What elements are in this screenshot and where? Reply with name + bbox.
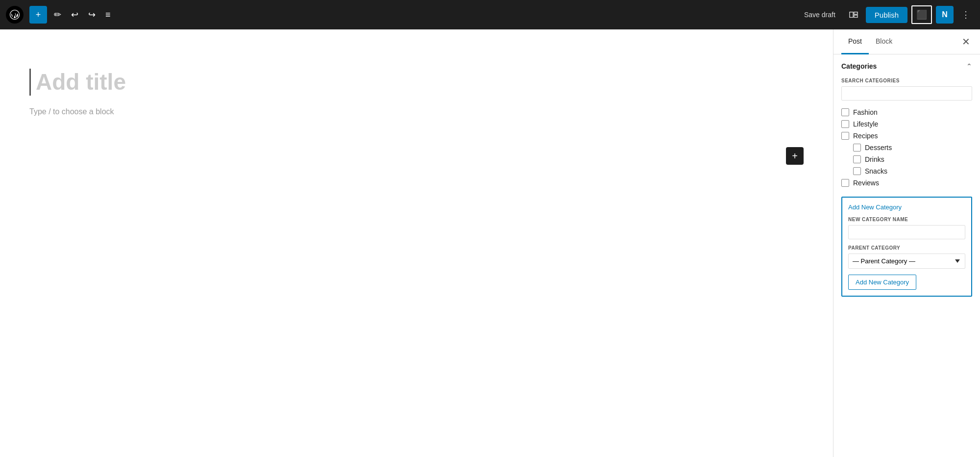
category-item-drinks: Drinks: [841, 153, 972, 165]
search-categories-input[interactable]: [841, 86, 972, 101]
checkbox-fashion[interactable]: [841, 108, 849, 116]
add-category-submit-button[interactable]: Add New Category: [848, 275, 916, 290]
layout-icon: ⬛: [916, 9, 927, 20]
main-layout: Add title Type / to choose a block + Pos…: [0, 29, 980, 457]
checkbox-snacks[interactable]: [853, 167, 861, 175]
checkbox-desserts[interactable]: [853, 144, 861, 152]
undo-button[interactable]: ↩: [68, 7, 81, 22]
editor-placeholder: Type / to choose a block: [29, 107, 804, 116]
category-item-snacks: Snacks: [841, 165, 972, 177]
sidebar-header: Post Block ✕: [833, 29, 980, 54]
category-label-drinks: Drinks: [865, 155, 884, 163]
publish-button[interactable]: Publish: [866, 7, 907, 23]
categories-section: Categories ⌃ SEARCH CATEGORIES Fashion L…: [833, 54, 980, 305]
parent-category-label: PARENT CATEGORY: [848, 245, 965, 251]
inline-add-block-button[interactable]: +: [786, 147, 804, 165]
category-label-recipes: Recipes: [853, 132, 878, 140]
categories-header[interactable]: Categories ⌃: [833, 54, 980, 78]
close-icon: ✕: [962, 36, 970, 48]
redo-icon: ↪: [88, 10, 96, 19]
n-button[interactable]: N: [936, 6, 954, 24]
category-label-desserts: Desserts: [865, 144, 892, 152]
add-icon: +: [36, 10, 41, 19]
tools-icon: ✏: [54, 10, 61, 19]
category-item-reviews: Reviews: [841, 177, 972, 189]
category-item-desserts: Desserts: [841, 142, 972, 153]
wp-logo: [6, 6, 24, 24]
more-tools-button[interactable]: ≡: [102, 7, 114, 22]
category-label-snacks: Snacks: [865, 167, 887, 175]
more-tools-icon: ≡: [105, 10, 111, 19]
new-category-name-label: NEW CATEGORY NAME: [848, 217, 965, 222]
category-item-lifestyle: Lifestyle: [841, 118, 972, 130]
checkbox-reviews[interactable]: [841, 179, 849, 187]
editor-area: Add title Type / to choose a block +: [0, 29, 833, 457]
tab-block[interactable]: Block: [869, 29, 899, 54]
category-item-fashion: Fashion: [841, 106, 972, 118]
svg-rect-0: [850, 12, 853, 18]
categories-title: Categories: [841, 62, 877, 70]
view-button[interactable]: [845, 8, 862, 21]
checkbox-drinks[interactable]: [853, 155, 861, 163]
redo-button[interactable]: ↪: [85, 7, 98, 22]
tools-button[interactable]: ✏: [51, 7, 64, 22]
checkbox-lifestyle[interactable]: [841, 120, 849, 128]
layout-toggle-button[interactable]: ⬛: [911, 5, 932, 24]
search-categories-label: SEARCH CATEGORIES: [841, 78, 972, 83]
category-item-recipes: Recipes: [841, 130, 972, 142]
chevron-up-icon: ⌃: [966, 62, 972, 70]
category-label-lifestyle: Lifestyle: [853, 120, 878, 128]
checkbox-recipes[interactable]: [841, 132, 849, 140]
svg-rect-2: [854, 15, 858, 18]
sidebar-close-button[interactable]: ✕: [960, 34, 972, 50]
add-new-category-link[interactable]: Add New Category: [848, 203, 965, 211]
parent-category-select[interactable]: — Parent Category —: [848, 254, 965, 269]
new-category-name-input[interactable]: [848, 225, 965, 239]
editor-title[interactable]: Add title: [29, 69, 804, 96]
category-label-fashion: Fashion: [853, 108, 878, 116]
undo-icon: ↩: [71, 10, 78, 19]
svg-rect-1: [854, 12, 858, 15]
sidebar: Post Block ✕ Categories ⌃ SEARCH CATEGOR…: [833, 29, 980, 457]
categories-content: SEARCH CATEGORIES Fashion Lifestyle Reci…: [833, 78, 980, 197]
add-block-button[interactable]: +: [29, 6, 47, 24]
add-new-category-panel: Add New Category NEW CATEGORY NAME PAREN…: [841, 197, 972, 297]
tab-post[interactable]: Post: [841, 29, 869, 54]
wp-logo-icon: [10, 10, 20, 20]
category-label-reviews: Reviews: [853, 179, 879, 187]
save-draft-button[interactable]: Save draft: [798, 8, 841, 22]
n-label: N: [942, 10, 948, 19]
view-icon: [849, 11, 858, 18]
topbar: + ✏ ↩ ↪ ≡ Save draft Publish ⬛ N ⋮: [0, 0, 980, 29]
options-icon: ⋮: [961, 9, 970, 20]
options-button[interactable]: ⋮: [957, 6, 974, 23]
